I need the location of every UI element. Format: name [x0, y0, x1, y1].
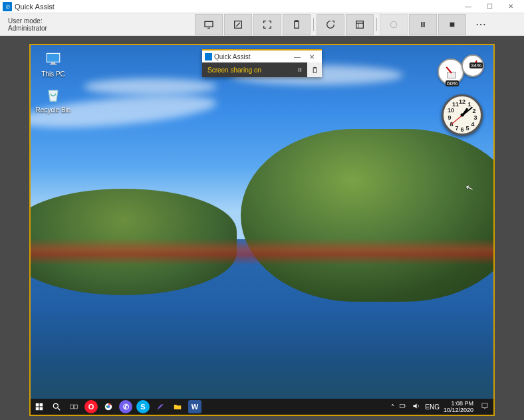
taskbar-app-viber[interactable]: ✆	[117, 399, 134, 415]
svg-rect-13	[47, 53, 60, 62]
taskbar-app-opera[interactable]: O	[82, 399, 100, 415]
search-button[interactable]	[48, 399, 65, 415]
clock-num-6: 6	[460, 126, 463, 133]
clock-num-5: 5	[465, 125, 469, 132]
remote-quickassist-toolbar[interactable]: Quick Assist — ✕ Screen sharing on	[202, 49, 322, 77]
remote-taskbar: O ✆ S W ˄ ENG	[31, 399, 493, 415]
clock-num-10: 10	[448, 107, 454, 114]
recycle-bin-icon	[42, 85, 65, 105]
svg-rect-20	[36, 403, 39, 407]
chrome-icon	[104, 402, 113, 411]
clock-num-7: 7	[455, 125, 458, 132]
svg-rect-14	[51, 62, 56, 64]
user-mode-label: User mode: Administrator	[0, 17, 53, 32]
ellipsis-icon: ⋯	[475, 18, 487, 31]
instruction-channel-button[interactable]	[283, 14, 311, 35]
svg-rect-17	[301, 68, 301, 72]
mini-pause-button[interactable]	[293, 62, 307, 77]
ram-percent-badge: 34%	[469, 62, 483, 68]
sharing-status-label: Screen sharing on	[207, 66, 293, 74]
taskbar-app-skype[interactable]: S	[134, 399, 152, 415]
user-mode-caption: User mode:	[8, 17, 47, 25]
svg-line-25	[58, 408, 61, 411]
svg-rect-30	[400, 405, 405, 408]
clock-num-4: 4	[471, 121, 474, 128]
notification-icon	[480, 401, 489, 411]
user-mode-value: Administrator	[8, 25, 47, 32]
mini-close-button[interactable]: ✕	[305, 53, 319, 60]
task-view-button[interactable]	[65, 399, 82, 415]
fit-screen-button[interactable]	[253, 14, 281, 35]
tray-clock[interactable]: 1:08 PM 10/12/2020	[444, 400, 476, 413]
pause-icon	[418, 19, 428, 30]
restart-icon	[325, 19, 336, 30]
search-icon	[52, 402, 61, 411]
task-manager-button[interactable]	[346, 14, 374, 35]
maximize-button[interactable]: ☐	[479, 1, 500, 13]
desktop-icon-recycle-bin[interactable]: Recycle Bin	[35, 85, 72, 114]
desktop-icon-this-pc[interactable]: This PC	[35, 49, 72, 78]
svg-rect-11	[424, 22, 425, 27]
mini-minimize-button[interactable]: —	[290, 53, 305, 60]
windows-start-icon	[35, 402, 44, 411]
annotate-button[interactable]	[224, 14, 252, 35]
window-title: Quick Assist	[15, 3, 458, 11]
close-button[interactable]: ✕	[500, 1, 521, 13]
svg-rect-5	[295, 20, 298, 22]
svg-point-9	[390, 21, 396, 27]
svg-rect-22	[36, 407, 39, 411]
more-button[interactable]: ⋯	[467, 14, 495, 35]
svg-rect-10	[421, 22, 422, 27]
taskbar-app-chrome[interactable]	[100, 399, 117, 415]
svg-line-3	[236, 23, 239, 26]
desktop-icon-label: This PC	[35, 70, 72, 78]
svg-point-24	[53, 403, 58, 408]
tray-notifications-button[interactable]	[480, 401, 489, 412]
tray-chevron-up-icon[interactable]: ˄	[391, 403, 394, 411]
monitors-icon	[203, 19, 214, 30]
tray-network-icon[interactable]	[398, 401, 408, 412]
clock-second-hand	[451, 115, 462, 125]
end-button[interactable]	[438, 14, 466, 35]
svg-rect-32	[482, 403, 487, 407]
stop-icon	[447, 19, 458, 30]
clock-gadget[interactable]: 12 1 2 3 4 5 6 7 8 9 10 11	[442, 94, 483, 136]
mini-titlebar: Quick Assist — ✕	[202, 51, 322, 62]
clock-face: 12 1 2 3 4 5 6 7 8 9 10 11	[446, 98, 479, 132]
taskbar-app-explorer[interactable]	[169, 399, 186, 415]
taskbar-app-word[interactable]: W	[186, 399, 203, 415]
tray-language-indicator[interactable]: ENG	[425, 403, 440, 411]
clock-num-9: 9	[448, 114, 451, 121]
svg-rect-15	[50, 64, 57, 65]
quickassist-app-icon: ⎚	[3, 2, 12, 11]
remote-stage: This PC Recycle Bin Quick Assist — ✕ Scr…	[0, 36, 524, 420]
start-button[interactable]	[31, 399, 48, 415]
select-monitor-button[interactable]	[195, 14, 223, 35]
pause-icon	[297, 66, 303, 73]
outer-titlebar: ⎚ Quick Assist — ☐ ✕	[0, 0, 524, 13]
clock-num-11: 11	[452, 101, 459, 108]
remote-wallpaper	[31, 45, 493, 415]
tray-volume-icon[interactable]	[412, 401, 421, 412]
svg-rect-23	[40, 407, 43, 411]
svg-rect-6	[356, 21, 364, 28]
reconnect-icon	[388, 19, 399, 30]
cpu-meter-gadget[interactable]: 60% 34%	[438, 54, 484, 88]
clipboard-icon	[291, 19, 302, 30]
desktop-icon-label: Recycle Bin	[35, 106, 72, 114]
clock-num-2: 2	[472, 108, 475, 114]
mini-title: Quick Assist	[214, 53, 290, 60]
annotate-icon	[233, 19, 243, 30]
task-manager-icon	[354, 19, 365, 30]
remote-desktop-viewport[interactable]: This PC Recycle Bin Quick Assist — ✕ Scr…	[29, 44, 495, 416]
pause-button[interactable]	[409, 14, 437, 35]
svg-rect-21	[40, 403, 43, 407]
svg-rect-16	[299, 68, 299, 72]
mini-stop-button[interactable]	[307, 62, 322, 77]
svg-rect-0	[205, 21, 213, 27]
tray-time: 1:08 PM	[444, 400, 473, 407]
minimize-button[interactable]: —	[458, 1, 479, 13]
mini-body: Screen sharing on	[202, 62, 322, 77]
restart-button[interactable]	[317, 14, 344, 35]
taskbar-app-feather[interactable]	[152, 399, 169, 415]
